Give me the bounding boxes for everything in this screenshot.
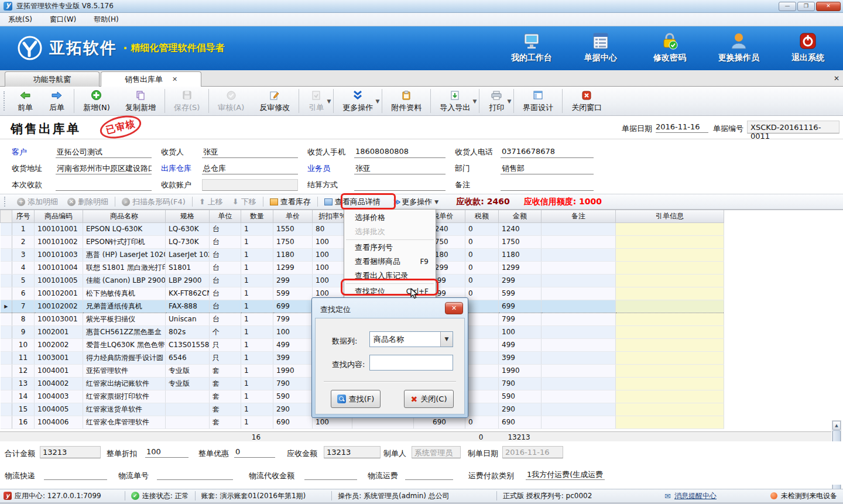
cell-qty[interactable]: 1: [241, 248, 273, 261]
cell-price[interactable]: 599: [273, 287, 313, 300]
column-header-refinfo[interactable]: 引单信息: [616, 210, 724, 222]
more-actions-button[interactable]: 更多操作 ▼: [335, 87, 381, 115]
cell-price[interactable]: 299: [273, 274, 313, 287]
chevron-down-icon[interactable]: ▼: [327, 98, 331, 104]
column-header-remark[interactable]: 备注: [542, 210, 616, 222]
row-marker[interactable]: [1, 261, 12, 274]
cell-seq[interactable]: 10: [12, 338, 35, 351]
cell-seq[interactable]: 12: [12, 364, 35, 377]
chevron-down-icon[interactable]: ▼: [375, 98, 379, 104]
cell-qty[interactable]: 1: [241, 287, 273, 300]
cell-qty[interactable]: 1: [241, 325, 273, 338]
view-product-button[interactable]: 查看商品详情: [320, 197, 385, 207]
close-button[interactable]: ✕: [816, 2, 841, 11]
cell-spec[interactable]: [166, 403, 210, 416]
cell-spec[interactable]: LaserJet 1020: [166, 248, 210, 261]
close-window-button[interactable]: 关闭窗口: [564, 87, 609, 115]
cell-name[interactable]: 惠普CH561ZZ黑色墨盒: [83, 325, 166, 338]
cell-refinfo[interactable]: [616, 274, 724, 287]
save-button[interactable]: 保存(S): [166, 87, 207, 115]
cell-remark[interactable]: [542, 364, 616, 377]
row-marker[interactable]: [1, 287, 12, 300]
cell-unit[interactable]: 台: [210, 287, 241, 300]
move-down-button[interactable]: ⬇下移: [228, 197, 261, 207]
cell-qty[interactable]: 1: [241, 364, 273, 377]
cell-spec[interactable]: Uniscan: [166, 313, 210, 325]
ui-design-button[interactable]: 界面设计: [515, 87, 561, 115]
cell-price[interactable]: 1750: [273, 235, 313, 248]
cell-code[interactable]: 100101004: [35, 261, 83, 274]
cell-spec[interactable]: S1801: [166, 261, 210, 274]
cell-remark[interactable]: [542, 287, 616, 300]
column-header-name[interactable]: 商品名称: [83, 210, 166, 222]
cell-qty[interactable]: 1: [241, 300, 273, 313]
cell-tax[interactable]: [465, 403, 499, 416]
cell-qty[interactable]: 1: [241, 403, 273, 416]
cell-unit[interactable]: 套: [210, 403, 241, 416]
cell-refinfo[interactable]: [616, 377, 724, 390]
cell-tax[interactable]: [465, 364, 499, 377]
exit-system-button[interactable]: 退出系统: [781, 31, 835, 63]
minimize-button[interactable]: —: [779, 2, 796, 11]
consignee-phone-value[interactable]: 03716678678: [501, 146, 594, 158]
cell-remark[interactable]: [542, 351, 616, 364]
cell-price[interactable]: 499: [273, 338, 313, 351]
column-header-amount[interactable]: 金额: [499, 210, 542, 222]
row-marker[interactable]: [1, 351, 12, 364]
cell-qty[interactable]: 1: [241, 235, 273, 248]
warehouse-value[interactable]: 总仓库: [202, 163, 298, 174]
menubar-item-window[interactable]: 窗口(W): [50, 15, 76, 25]
cell-tax[interactable]: 0: [465, 248, 499, 261]
cell-remark[interactable]: [542, 261, 616, 274]
cell-unit[interactable]: 套: [210, 377, 241, 390]
print-button[interactable]: 打印 ▼: [481, 87, 512, 115]
switch-operator-button[interactable]: 更换操作员: [712, 31, 766, 63]
cell-code[interactable]: 1004005: [35, 403, 83, 416]
cell-spec[interactable]: KX-FT862CN: [166, 287, 210, 300]
cell-name[interactable]: EPSON针式打印机: [83, 235, 166, 248]
cell-seq[interactable]: 4: [12, 261, 35, 274]
row-marker[interactable]: [1, 364, 12, 377]
row-marker[interactable]: [1, 274, 12, 287]
cell-qty[interactable]: 1: [241, 390, 273, 403]
cell-refinfo[interactable]: [616, 287, 724, 300]
cell-spec[interactable]: [166, 390, 210, 403]
cell-unit[interactable]: 套: [210, 390, 241, 403]
tab-close-icon[interactable]: ✕: [172, 76, 177, 83]
current-receipt-value[interactable]: [56, 179, 152, 191]
cell-spec[interactable]: 专业版: [166, 377, 210, 390]
salesman-label[interactable]: 业务员: [307, 163, 354, 174]
cell-refinfo[interactable]: [616, 403, 724, 416]
cell-qty[interactable]: 1: [241, 416, 273, 428]
cell-price[interactable]: 799: [273, 313, 313, 325]
column-header-seq[interactable]: 序号: [12, 210, 35, 222]
tabstrip-close-icon[interactable]: ✕: [834, 74, 839, 83]
cod-amount-value[interactable]: [304, 468, 357, 480]
scroll-up-icon[interactable]: ▲: [832, 421, 841, 430]
cell-qty[interactable]: 1: [241, 351, 273, 364]
cell-code[interactable]: 100102001: [35, 287, 83, 300]
cell-tax[interactable]: [465, 325, 499, 338]
row-marker[interactable]: [1, 222, 12, 235]
cell-amount[interactable]: 790: [499, 377, 542, 390]
cell-price[interactable]: 1180: [273, 248, 313, 261]
cell-amount[interactable]: 1990: [499, 364, 542, 377]
cell-price[interactable]: 1299: [273, 261, 313, 274]
menu-item-find-locate[interactable]: 查找定位Ctrl+F: [344, 284, 436, 299]
doc-date-value[interactable]: 2016-11-16: [656, 122, 708, 133]
cell-name[interactable]: 得力经典防滑握手设计圆: [83, 351, 166, 364]
cell-remark[interactable]: [542, 377, 616, 390]
row-marker[interactable]: [1, 377, 12, 390]
cell-code[interactable]: 100102002: [35, 300, 83, 313]
cell-price[interactable]: 690: [273, 416, 313, 428]
cell-spec[interactable]: 802s: [166, 325, 210, 338]
freight-value[interactable]: [405, 468, 453, 480]
cell-seq[interactable]: 9: [12, 325, 35, 338]
cell-seq[interactable]: 1: [12, 222, 35, 235]
cell-unit[interactable]: 台: [210, 261, 241, 274]
cell-seq[interactable]: 7: [12, 300, 35, 313]
cell-amount[interactable]: 699: [499, 300, 542, 313]
cell-spec[interactable]: C13S015583: [166, 338, 210, 351]
column-header-spec[interactable]: 规格: [166, 210, 210, 222]
cell-code[interactable]: 100101001: [35, 222, 83, 235]
